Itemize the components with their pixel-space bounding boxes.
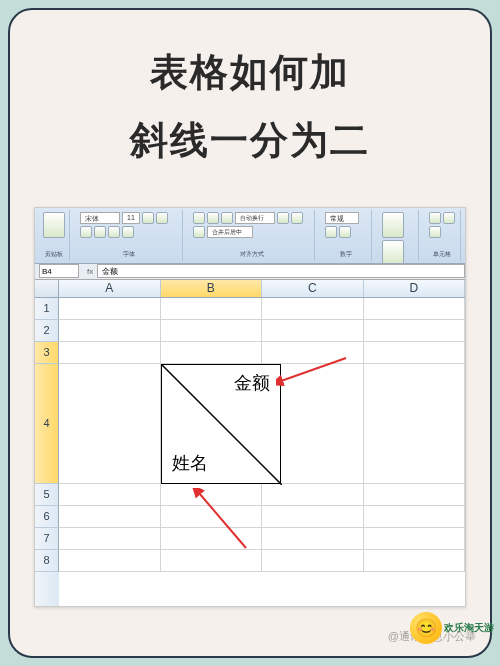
col-headers: A B C D [35,280,465,298]
insert-icon[interactable] [429,212,441,224]
row-header-4[interactable]: 4 [35,364,59,484]
bold-icon[interactable] [142,212,154,224]
number-format-select[interactable]: 常规 [325,212,359,224]
logo-face-icon: 😊 [410,612,442,644]
align-left-icon[interactable] [277,212,289,224]
arrow-annotation-bottom [191,488,271,558]
italic-icon[interactable] [156,212,168,224]
diag-top-label: 金额 [234,371,270,395]
row-header-7[interactable]: 7 [35,528,59,550]
select-all-corner[interactable] [35,280,59,297]
svg-line-1 [281,358,346,381]
align-right-icon[interactable] [193,226,205,238]
title-area: 表格如何加 斜线一分为二 [10,10,490,195]
currency-icon[interactable] [325,226,337,238]
wrap-text-button[interactable]: 自动换行 [235,212,275,224]
cond-format-icon[interactable] [382,212,404,238]
fx-icon[interactable]: fx [87,267,93,276]
align-center-icon[interactable] [291,212,303,224]
svg-line-2 [199,493,246,548]
font-color-icon[interactable] [122,226,134,238]
col-header-a[interactable]: A [59,280,161,297]
align-bot-icon[interactable] [221,212,233,224]
col-header-b[interactable]: B [161,280,263,297]
format-icon[interactable] [429,226,441,238]
paste-icon[interactable] [43,212,65,238]
diagonal-split-cell: 金额 姓名 [161,364,281,484]
ribbon-group-styles: 样式 [378,210,418,261]
align-top-icon[interactable] [193,212,205,224]
percent-icon[interactable] [339,226,351,238]
row-header-6[interactable]: 6 [35,506,59,528]
name-box[interactable]: B4 [39,264,79,278]
excel-screenshot: 剪贴板 宋体 11 字体 [34,207,466,607]
logo-text: 欢乐淘天游 [444,621,494,635]
ribbon-group-cells: 单元格 [425,210,461,261]
align-mid-icon[interactable] [207,212,219,224]
ribbon: 剪贴板 宋体 11 字体 [35,208,465,264]
formula-input[interactable]: 金额 [97,264,465,278]
ribbon-group-align: 自动换行 合并后居中 对齐方式 [189,210,315,261]
row-headers: 1 2 3 4 5 6 7 8 [35,298,59,606]
formula-bar: B4 fx 金额 [35,264,465,280]
font-size-select[interactable]: 11 [122,212,140,224]
row-header-8[interactable]: 8 [35,550,59,572]
merge-button[interactable]: 合并后居中 [207,226,253,238]
cells-area[interactable]: 金额 姓名 [59,298,465,606]
fill-color-icon[interactable] [108,226,120,238]
underline-icon[interactable] [80,226,92,238]
ribbon-group-number: 常规 数字 [321,210,372,261]
col-header-c[interactable]: C [262,280,364,297]
border-icon[interactable] [94,226,106,238]
delete-icon[interactable] [443,212,455,224]
spreadsheet-grid: A B C D 1 2 3 4 5 6 7 8 [35,280,465,606]
logo-badge: 😊 欢乐淘天游 [410,612,494,644]
arrow-annotation-top [276,353,356,413]
card-frame: 表格如何加 斜线一分为二 剪贴板 宋体 11 [8,8,492,658]
font-name-select[interactable]: 宋体 [80,212,120,224]
col-header-d[interactable]: D [364,280,466,297]
diag-bottom-label: 姓名 [172,451,208,475]
row-header-2[interactable]: 2 [35,320,59,342]
title-line-2: 斜线一分为二 [30,106,470,174]
row-header-1[interactable]: 1 [35,298,59,320]
title-line-1: 表格如何加 [30,38,470,106]
ribbon-group-clipboard: 剪贴板 [39,210,70,261]
row-header-5[interactable]: 5 [35,484,59,506]
ribbon-group-font: 宋体 11 字体 [76,210,183,261]
row-header-3[interactable]: 3 [35,342,59,364]
table-style-icon[interactable] [382,240,404,264]
